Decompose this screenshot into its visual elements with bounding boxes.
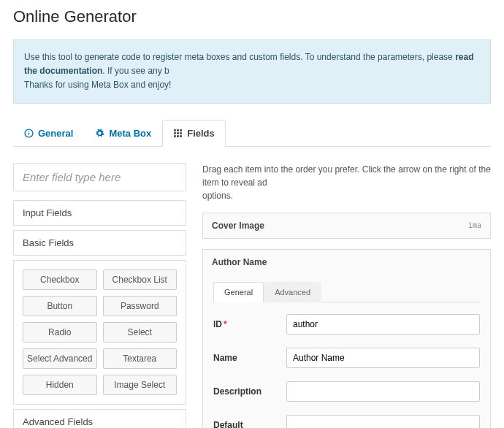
svg-rect-6 bbox=[174, 132, 176, 134]
tab-general[interactable]: General bbox=[13, 120, 84, 147]
field-item-meta: ima bbox=[468, 221, 481, 229]
field-type-select[interactable]: Select bbox=[103, 322, 177, 343]
svg-rect-9 bbox=[174, 135, 176, 137]
field-type-checkbox-list[interactable]: Checkbox List bbox=[103, 270, 177, 290]
category-input-fields[interactable]: Input Fields bbox=[13, 200, 186, 226]
name-input[interactable] bbox=[286, 348, 480, 368]
svg-rect-5 bbox=[180, 129, 182, 131]
subtab-general[interactable]: General bbox=[213, 282, 264, 302]
category-basic-fields-body: Checkbox Checkbox List Button Password R… bbox=[13, 260, 186, 405]
field-type-radio[interactable]: Radio bbox=[23, 322, 97, 343]
name-label: Name bbox=[213, 353, 286, 363]
tab-label: Meta Box bbox=[109, 128, 151, 139]
field-type-checkbox[interactable]: Checkbox bbox=[23, 270, 97, 290]
grid-icon bbox=[173, 129, 183, 138]
alert-line2: Thanks for using Meta Box and enjoy! bbox=[24, 80, 171, 90]
description-label: Description bbox=[213, 386, 286, 397]
gear-icon bbox=[95, 129, 104, 138]
field-type-select-advanced[interactable]: Select Advanced bbox=[23, 348, 97, 369]
svg-rect-10 bbox=[177, 135, 179, 137]
svg-rect-3 bbox=[174, 129, 176, 131]
field-type-textarea[interactable]: Textarea bbox=[103, 348, 177, 369]
tab-meta-box[interactable]: Meta Box bbox=[84, 120, 162, 147]
tab-label: Fields bbox=[187, 128, 215, 139]
svg-rect-8 bbox=[180, 132, 182, 134]
svg-rect-1 bbox=[28, 132, 29, 135]
svg-rect-4 bbox=[177, 129, 179, 131]
instructions: Drag each item into the order you prefer… bbox=[202, 163, 491, 202]
field-item-cover-image[interactable]: Cover Image ima bbox=[202, 213, 491, 239]
tabs: General Meta Box Fields bbox=[13, 120, 491, 147]
category-advanced-fields[interactable]: Advanced Fields bbox=[13, 409, 186, 428]
field-type-search-input[interactable] bbox=[13, 163, 186, 191]
field-item-title: Author Name bbox=[212, 257, 267, 267]
default-label: Default bbox=[213, 420, 286, 428]
tab-label: General bbox=[38, 128, 73, 139]
info-icon bbox=[24, 129, 34, 138]
field-item-header[interactable]: Author Name bbox=[203, 250, 490, 275]
id-input[interactable] bbox=[286, 314, 480, 335]
field-type-hidden[interactable]: Hidden bbox=[23, 375, 97, 395]
description-input[interactable] bbox=[286, 381, 480, 402]
field-type-button[interactable]: Button bbox=[23, 296, 97, 316]
page-title: Online Generator bbox=[13, 7, 491, 26]
field-item-author-name: Author Name General Advanced ID* Name bbox=[202, 249, 491, 428]
tab-fields[interactable]: Fields bbox=[162, 120, 226, 147]
svg-rect-2 bbox=[28, 131, 29, 131]
subtab-advanced[interactable]: Advanced bbox=[264, 282, 321, 302]
main-content: Drag each item into the order you prefer… bbox=[202, 163, 491, 428]
info-alert: Use this tool to generate code to regist… bbox=[13, 39, 491, 104]
sidebar: Input Fields Basic Fields Checkbox Check… bbox=[13, 163, 186, 428]
field-type-image-select[interactable]: Image Select bbox=[103, 375, 177, 395]
svg-rect-7 bbox=[177, 132, 179, 134]
field-item-title: Cover Image bbox=[212, 221, 264, 231]
id-label: ID* bbox=[213, 319, 286, 329]
alert-text-pre: Use this tool to generate code to regist… bbox=[24, 52, 455, 62]
category-basic-fields[interactable]: Basic Fields bbox=[13, 230, 186, 256]
default-input[interactable] bbox=[286, 415, 480, 428]
alert-text-post: . If you see any b bbox=[102, 66, 169, 76]
subtabs: General Advanced bbox=[213, 282, 480, 302]
field-type-password[interactable]: Password bbox=[103, 296, 177, 316]
svg-rect-11 bbox=[180, 135, 182, 137]
